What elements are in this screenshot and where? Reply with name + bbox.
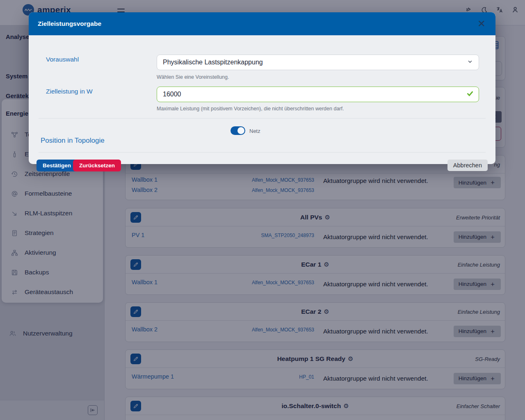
valid-check-icon	[466, 90, 474, 99]
preset-helper: Wählen Sie eine Voreinstellung.	[157, 74, 229, 80]
cancel-button[interactable]: Abbrechen	[447, 160, 488, 171]
target-power-label: Zielleistung in W	[46, 88, 93, 95]
chevron-down-icon	[467, 59, 473, 66]
divider	[39, 118, 486, 119]
zielleistung-modal: Zielleistungsvorgabe ✕ Vorauswahl Physik…	[29, 12, 495, 164]
target-power-input[interactable]: 16000	[157, 87, 479, 102]
app-root: amperix Analyse System Gerätek Energie T…	[0, 0, 525, 420]
netz-toggle[interactable]	[231, 126, 245, 135]
netz-toggle-label: Netz	[249, 128, 260, 134]
confirm-button[interactable]: Bestätigen	[37, 160, 77, 171]
target-power-helper: Maximale Leistung (mit positivem Vorzeic…	[157, 106, 344, 112]
preset-label: Vorauswahl	[46, 56, 79, 63]
preset-select[interactable]: Physikalische Lastspitzenkappung	[157, 55, 479, 70]
target-power-value: 16000	[163, 91, 181, 98]
modal-title: Zielleistungsvorgabe	[38, 20, 101, 27]
preset-select-value: Physikalische Lastspitzenkappung	[163, 59, 263, 66]
position-in-topologie-link[interactable]: Position in Topologie	[41, 137, 105, 145]
divider	[39, 152, 486, 153]
close-icon[interactable]: ✕	[477, 19, 486, 29]
modal-body: Vorauswahl Physikalische Lastspitzenkapp…	[29, 35, 495, 164]
reset-button[interactable]: Zurücksetzen	[73, 160, 121, 171]
modal-header: Zielleistungsvorgabe ✕	[29, 12, 495, 35]
